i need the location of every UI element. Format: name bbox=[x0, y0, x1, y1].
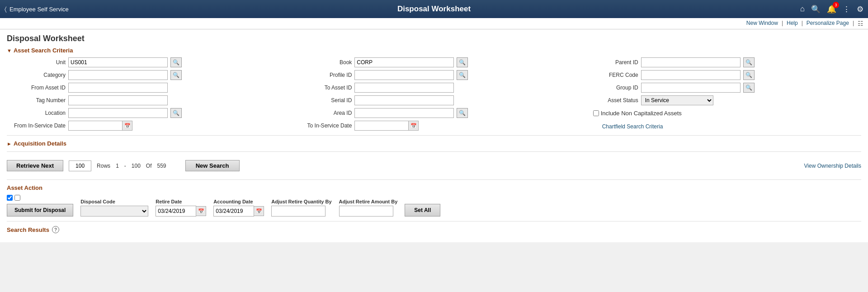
group-id-input[interactable] bbox=[641, 83, 741, 93]
adjust-amt-col: Adjust Retire Amount By bbox=[339, 199, 398, 217]
group-id-row: Group ID 🔍 bbox=[584, 83, 861, 93]
collapse-arrow-icon: ▼ bbox=[7, 48, 12, 53]
chartfield-search-link[interactable]: Chartfield Search Criteria bbox=[602, 123, 663, 130]
retire-date-label: Retire Date bbox=[156, 199, 206, 204]
section-divider-4 bbox=[7, 221, 861, 221]
serial-id-input[interactable] bbox=[354, 95, 454, 105]
category-input[interactable] bbox=[68, 70, 168, 80]
category-row: Category 🔍 bbox=[11, 70, 288, 80]
include-non-cap-checkbox[interactable] bbox=[593, 110, 599, 116]
retire-date-calendar-button[interactable]: 📅 bbox=[196, 206, 206, 216]
ferc-code-label: FERC Code bbox=[584, 72, 638, 78]
main-content: Disposal Worksheet ▼ Asset Search Criter… bbox=[0, 29, 868, 242]
grid-icon: ☷ bbox=[858, 20, 863, 27]
more-icon[interactable]: ⋮ bbox=[843, 5, 850, 14]
parent-id-row: Parent ID 🔍 bbox=[584, 57, 861, 67]
to-asset-id-label: To Asset ID bbox=[297, 85, 352, 91]
chartfield-row: Chartfield Search Criteria bbox=[584, 121, 861, 131]
unit-search-button[interactable]: 🔍 bbox=[170, 57, 182, 67]
disposal-code-col: Disposal Code bbox=[80, 199, 148, 217]
section-divider-3 bbox=[7, 179, 861, 180]
help-link[interactable]: Help bbox=[787, 20, 798, 27]
parent-id-input[interactable] bbox=[641, 57, 741, 67]
select-all-checkbox[interactable] bbox=[7, 195, 13, 201]
to-date-calendar-button[interactable]: 📅 bbox=[409, 121, 419, 131]
profile-id-label: Profile ID bbox=[297, 72, 352, 78]
accounting-date-calendar-button[interactable]: 📅 bbox=[254, 206, 264, 216]
book-input[interactable] bbox=[354, 57, 454, 67]
new-window-link[interactable]: New Window bbox=[746, 20, 778, 27]
asset-status-label: Asset Status bbox=[584, 97, 638, 104]
from-asset-id-input[interactable] bbox=[68, 83, 168, 93]
parent-id-search-button[interactable]: 🔍 bbox=[743, 57, 755, 67]
area-id-row: Area ID 🔍 bbox=[297, 108, 575, 118]
submit-col: Submit for Disposal bbox=[7, 195, 73, 217]
back-nav[interactable]: 〈 Employee Self Service bbox=[5, 5, 69, 13]
location-input[interactable] bbox=[68, 108, 168, 118]
ferc-code-input[interactable] bbox=[641, 70, 741, 80]
retire-date-col: Retire Date 📅 bbox=[156, 199, 206, 217]
area-id-input[interactable] bbox=[354, 108, 454, 118]
profile-id-input[interactable] bbox=[354, 70, 454, 80]
section-divider-2 bbox=[7, 151, 861, 152]
area-id-label: Area ID bbox=[297, 110, 352, 116]
back-label: Employee Self Service bbox=[9, 6, 69, 13]
location-search-button[interactable]: 🔍 bbox=[170, 108, 182, 118]
pagination-row: Retrieve Next Rows 1 - 100 Of 559 New Se… bbox=[7, 156, 861, 175]
notification-icon[interactable]: 🔔 3 bbox=[827, 5, 836, 14]
set-all-button[interactable]: Set All bbox=[405, 204, 440, 217]
rows-start: 1 bbox=[116, 163, 119, 169]
tag-number-row: Tag Number bbox=[11, 95, 288, 105]
disposal-code-select[interactable] bbox=[80, 206, 148, 217]
deselect-checkbox[interactable] bbox=[14, 195, 20, 201]
new-search-button[interactable]: New Search bbox=[185, 160, 240, 171]
location-row: Location 🔍 bbox=[11, 108, 288, 118]
accounting-date-label: Accounting Date bbox=[213, 199, 264, 204]
adjust-qty-input[interactable] bbox=[271, 206, 326, 217]
home-icon[interactable]: ⌂ bbox=[800, 5, 805, 14]
retrieve-next-button[interactable]: Retrieve Next bbox=[7, 160, 63, 171]
profile-id-search-button[interactable]: 🔍 bbox=[457, 70, 468, 80]
area-id-search-button[interactable]: 🔍 bbox=[457, 108, 468, 118]
rows-label: Rows bbox=[97, 163, 110, 169]
help-circle-icon[interactable]: ? bbox=[52, 226, 59, 233]
category-search-button[interactable]: 🔍 bbox=[170, 70, 182, 80]
from-in-service-date-label: From In-Service Date bbox=[11, 122, 66, 129]
asset-status-select[interactable]: In Service Out of Service Retired bbox=[641, 95, 713, 105]
accounting-date-input[interactable] bbox=[213, 206, 254, 217]
to-date-input-wrap: 📅 bbox=[354, 121, 419, 131]
include-non-cap-row: Include Non Capitalized Assets bbox=[584, 108, 861, 118]
ferc-code-search-button[interactable]: 🔍 bbox=[743, 70, 755, 80]
from-in-service-date-row: From In-Service Date 📅 bbox=[11, 121, 288, 131]
view-ownership-link[interactable]: View Ownership Details bbox=[804, 163, 862, 169]
acquisition-section-header[interactable]: ► Acquisition Details bbox=[7, 140, 861, 147]
page-title: Disposal Worksheet bbox=[7, 34, 861, 43]
to-asset-id-input[interactable] bbox=[354, 83, 454, 93]
tag-number-input[interactable] bbox=[68, 95, 168, 105]
personalize-link[interactable]: Personalize Page bbox=[807, 20, 849, 27]
submit-for-disposal-button[interactable]: Submit for Disposal bbox=[7, 204, 73, 217]
unit-row: Unit 🔍 bbox=[11, 57, 288, 67]
accounting-date-wrap: 📅 bbox=[213, 206, 264, 217]
asset-search-section-header[interactable]: ▼ Asset Search Criteria bbox=[7, 47, 861, 54]
search-icon[interactable]: 🔍 bbox=[811, 5, 821, 14]
settings-icon[interactable]: ⚙ bbox=[857, 5, 863, 14]
adjust-amt-label: Adjust Retire Amount By bbox=[339, 199, 398, 204]
unit-input[interactable] bbox=[68, 57, 168, 67]
to-in-service-date-input[interactable] bbox=[354, 121, 409, 131]
from-date-calendar-button[interactable]: 📅 bbox=[123, 121, 132, 131]
group-id-search-button[interactable]: 🔍 bbox=[743, 83, 755, 93]
retire-date-input[interactable] bbox=[156, 206, 196, 217]
adjust-amt-input[interactable] bbox=[339, 206, 393, 217]
header-icons: ⌂ 🔍 🔔 3 ⋮ ⚙ bbox=[800, 5, 863, 14]
asset-action-row: Submit for Disposal Disposal Code Retire… bbox=[7, 195, 861, 217]
tag-number-label: Tag Number bbox=[11, 97, 66, 104]
book-search-button[interactable]: 🔍 bbox=[457, 57, 468, 67]
select-checkboxes bbox=[7, 195, 73, 201]
rows-per-page-input[interactable] bbox=[69, 160, 91, 171]
rows-sep: - bbox=[124, 163, 126, 169]
page-header-title: Disposal Worksheet bbox=[397, 5, 471, 14]
from-in-service-date-input[interactable] bbox=[68, 121, 123, 131]
accounting-date-col: Accounting Date 📅 bbox=[213, 199, 264, 217]
ferc-code-row: FERC Code 🔍 bbox=[584, 70, 861, 80]
